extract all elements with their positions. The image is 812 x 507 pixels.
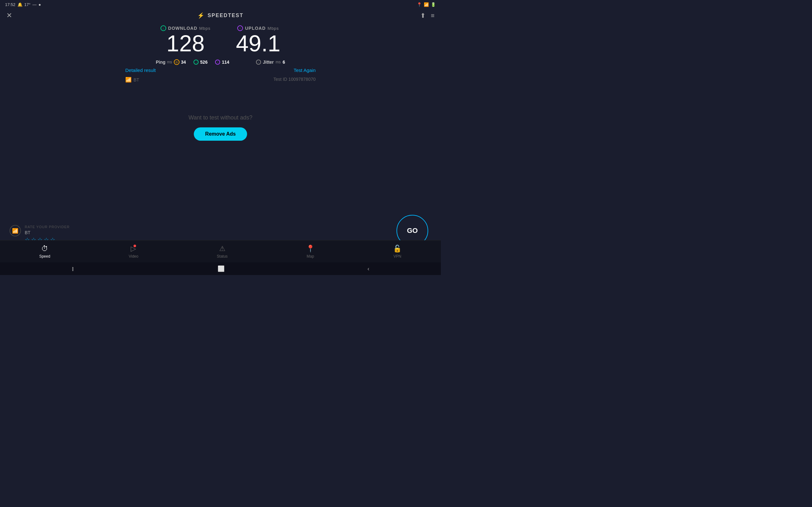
upload-value: 49.1 bbox=[236, 31, 281, 56]
nav-status[interactable]: ⚠ Status bbox=[217, 245, 228, 259]
metric1-icon: ↓ bbox=[194, 60, 199, 65]
action-row: Detailed result Test Again bbox=[125, 67, 316, 73]
nav-video-label: Video bbox=[129, 254, 138, 259]
speed-icon: ⏱ bbox=[41, 245, 48, 253]
nav-map-label: Map bbox=[307, 254, 314, 259]
video-nav-wrap: ▷ bbox=[131, 245, 136, 253]
detailed-result-link[interactable]: Detailed result bbox=[125, 67, 156, 73]
upload-label: ↑ UPLOAD Mbps bbox=[236, 25, 281, 31]
android-home-btn[interactable]: ⬜ bbox=[217, 265, 224, 272]
status-icon: ⚠ bbox=[219, 245, 225, 253]
nav-speed-label: Speed bbox=[39, 254, 50, 259]
time-display: 17:52 bbox=[5, 2, 15, 7]
jitter-section: ○ Jitter ms 6 bbox=[256, 60, 285, 65]
ping-section: Ping ms ◎ 34 bbox=[156, 59, 186, 65]
ad-section: Want to test without ads? Remove Ads bbox=[189, 114, 252, 141]
download-label: ↓ DOWNLOAD Mbps bbox=[160, 25, 211, 31]
wifi-icon: 📶 bbox=[125, 77, 132, 83]
status-icons: 📍 📶 🔋 bbox=[417, 2, 436, 7]
battery-icon: 🔋 bbox=[431, 2, 436, 7]
nav-map[interactable]: 📍 Map bbox=[306, 245, 315, 259]
android-menu-btn[interactable]: ⫿ bbox=[72, 266, 74, 272]
test-id: Test ID 10097878070 bbox=[273, 77, 316, 83]
upload-icon: ↑ bbox=[237, 25, 243, 31]
main-content: ↓ DOWNLOAD Mbps 128 ↑ UPLOAD Mbps 49.1 P… bbox=[0, 22, 441, 141]
ad-text: Want to test without ads? bbox=[189, 114, 252, 121]
nav-status-label: Status bbox=[217, 254, 228, 259]
android-nav: ⫿ ⬜ ‹ bbox=[0, 262, 441, 275]
nav-vpn-label: VPN bbox=[393, 254, 401, 259]
map-icon: 📍 bbox=[306, 245, 315, 253]
download-value: 128 bbox=[160, 31, 211, 56]
app-title: ⚡ SPEEDTEST bbox=[197, 12, 243, 19]
jitter-icon: ○ bbox=[256, 60, 261, 65]
network-row: 📶 BT Test ID 10097878070 bbox=[125, 77, 316, 83]
location-icon: 📍 bbox=[417, 2, 422, 7]
menu-button[interactable]: ≡ bbox=[431, 12, 435, 19]
ping-row: Ping ms ◎ 34 ↓ 526 ↑ 114 ○ Jitter ms 6 bbox=[156, 59, 285, 65]
close-button[interactable]: ✕ bbox=[6, 11, 12, 20]
status-bar: 17:52 🔔 17° — ● 📍 📶 🔋 bbox=[0, 0, 441, 9]
nav-vpn[interactable]: 🔓 VPN bbox=[393, 245, 402, 259]
ping-icon: ◎ bbox=[174, 59, 180, 65]
app-header: ✕ ⚡ SPEEDTEST ⬆ ≡ bbox=[0, 9, 441, 22]
share-button[interactable]: ⬆ bbox=[420, 12, 426, 19]
nav-speed[interactable]: ⏱ Speed bbox=[39, 245, 50, 259]
test-again-link[interactable]: Test Again bbox=[294, 67, 316, 73]
wifi-status-icon: 📶 bbox=[424, 2, 429, 7]
video-notification-dot bbox=[134, 245, 136, 247]
upload-section: ↑ UPLOAD Mbps 49.1 bbox=[236, 25, 281, 56]
metric2-section: ↑ 114 bbox=[215, 60, 229, 65]
network-name: 📶 BT bbox=[125, 77, 139, 83]
speed-results: ↓ DOWNLOAD Mbps 128 ↑ UPLOAD Mbps 49.1 bbox=[160, 25, 281, 56]
dash-icon: — bbox=[32, 2, 37, 7]
download-icon: ↓ bbox=[160, 25, 166, 31]
temperature-display: 17° bbox=[24, 2, 31, 7]
alarm-icon: 🔔 bbox=[17, 2, 22, 7]
metric2-icon: ↑ bbox=[215, 60, 220, 65]
android-back-btn[interactable]: ‹ bbox=[368, 266, 369, 272]
remove-ads-button[interactable]: Remove Ads bbox=[194, 127, 247, 141]
provider-wifi-icon: 📶 bbox=[9, 225, 21, 236]
nav-video[interactable]: ▷ Video bbox=[129, 245, 138, 259]
dot-indicator: ● bbox=[38, 2, 41, 7]
speedtest-logo-icon: ⚡ bbox=[197, 12, 205, 19]
vpn-icon: 🔓 bbox=[393, 245, 402, 253]
metric1-section: ↓ 526 bbox=[194, 60, 207, 65]
download-section: ↓ DOWNLOAD Mbps 128 bbox=[160, 25, 211, 56]
bottom-nav: ⏱ Speed ▷ Video ⚠ Status 📍 Map 🔓 VPN bbox=[0, 240, 441, 262]
